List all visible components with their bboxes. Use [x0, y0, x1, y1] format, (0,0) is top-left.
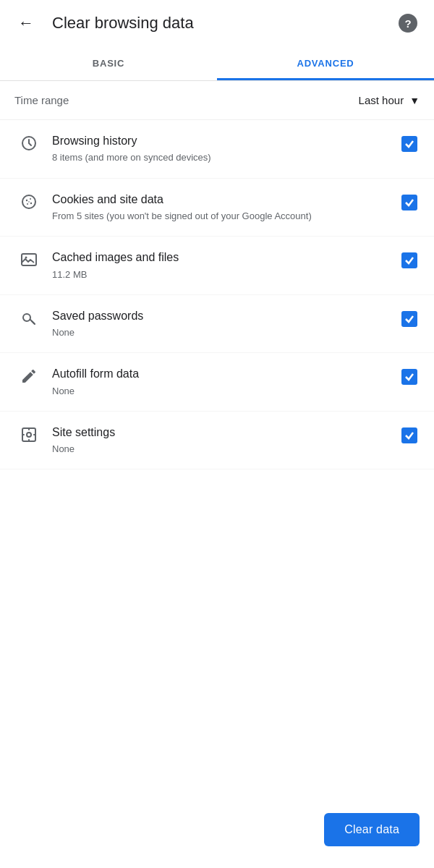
svg-point-11: [27, 433, 31, 437]
help-icon: ?: [399, 14, 417, 33]
svg-point-3: [30, 198, 31, 200]
items-list: Browsing history 8 items (and more on sy…: [0, 120, 434, 469]
help-button[interactable]: ?: [393, 9, 422, 38]
cookies-checkbox[interactable]: [396, 195, 422, 210]
back-arrow-icon: ←: [18, 14, 34, 33]
item-title: Site settings: [52, 425, 388, 441]
list-item: Cached images and files 11.2 MB: [0, 237, 434, 295]
item-subtitle: 8 items (and more on synced devices): [52, 151, 388, 164]
svg-point-2: [26, 199, 27, 200]
item-title: Cookies and site data: [52, 192, 388, 208]
pencil-icon: [14, 367, 43, 385]
item-subtitle: From 5 sites (you won't be signed out of…: [52, 210, 388, 223]
tabs-container: BASIC ADVANCED: [0, 46, 434, 81]
item-title: Autofill form data: [52, 366, 388, 382]
time-range-label: Time range: [14, 94, 69, 106]
time-range-dropdown[interactable]: Last hour ▼: [359, 94, 420, 106]
tab-advanced[interactable]: ADVANCED: [217, 46, 434, 80]
item-content: Autofill form data None: [43, 366, 396, 398]
item-title: Browsing history: [52, 133, 388, 149]
svg-point-4: [30, 202, 32, 203]
key-icon: [14, 310, 43, 327]
list-item: Cookies and site data From 5 sites (you …: [0, 179, 434, 237]
item-content: Browsing history 8 items (and more on sy…: [43, 133, 396, 165]
svg-point-8: [25, 257, 27, 259]
list-item: Autofill form data None: [0, 353, 434, 412]
list-item: Saved passwords None: [0, 295, 434, 354]
item-subtitle: 11.2 MB: [52, 268, 388, 281]
chevron-down-icon: ▼: [409, 95, 420, 106]
time-range-row: Time range Last hour ▼: [0, 81, 434, 120]
settings-icon: [14, 426, 43, 443]
footer: Clear data: [324, 813, 420, 846]
item-content: Cached images and files 11.2 MB: [43, 250, 396, 281]
item-subtitle: None: [52, 443, 388, 456]
image-icon: [14, 251, 43, 268]
item-content: Site settings None: [43, 425, 396, 456]
svg-point-5: [27, 203, 28, 205]
cached-images-checkbox[interactable]: [396, 252, 422, 268]
clear-data-button[interactable]: Clear data: [324, 813, 420, 846]
item-content: Cookies and site data From 5 sites (you …: [43, 192, 396, 224]
svg-point-6: [28, 201, 30, 203]
clock-icon: [14, 135, 43, 152]
list-item: Site settings None: [0, 412, 434, 470]
saved-passwords-checkbox[interactable]: [396, 311, 422, 327]
time-range-value: Last hour: [359, 94, 404, 106]
browsing-history-checkbox[interactable]: [396, 136, 422, 152]
item-subtitle: None: [52, 326, 388, 339]
site-settings-checkbox[interactable]: [396, 427, 422, 443]
header: ← Clear browsing data ?: [0, 0, 434, 46]
autofill-checkbox[interactable]: [396, 369, 422, 385]
tab-basic[interactable]: BASIC: [0, 46, 217, 80]
back-button[interactable]: ←: [12, 9, 41, 38]
item-subtitle: None: [52, 385, 388, 398]
item-content: Saved passwords None: [43, 308, 396, 340]
list-item: Browsing history 8 items (and more on sy…: [0, 120, 434, 179]
svg-point-9: [23, 314, 30, 321]
page-title: Clear browsing data: [52, 14, 393, 33]
item-title: Saved passwords: [52, 308, 388, 324]
cookie-icon: [14, 193, 43, 210]
item-title: Cached images and files: [52, 250, 388, 265]
